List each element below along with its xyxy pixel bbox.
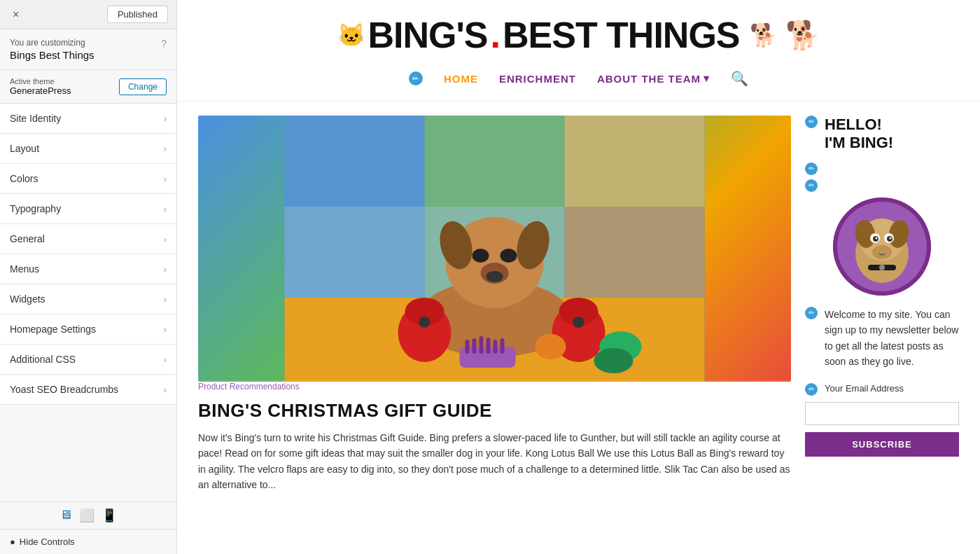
sidebar-item-additional-css[interactable]: Additional CSS › [0,345,176,375]
sidebar-item-label: Menus [10,263,39,275]
sidebar-item-layout[interactable]: Layout › [0,134,176,164]
email-signup: ✏ Your Email Address SUBSCRIBE [805,383,959,457]
featured-image-container: Product Recommendations [198,116,791,392]
svg-point-21 [573,317,584,328]
svg-point-18 [419,317,430,328]
sidebar-item-label: Colors [10,173,38,184]
sidebar-item-general[interactable]: General › [0,224,176,254]
content-area: Product Recommendations BING'S CHRISTMAS… [177,102,980,507]
customizing-site-name: Bings Best Things [10,49,94,61]
edit-pencil-icon-1[interactable]: ✏ [805,116,818,128]
welcome-text: Welcome to my site. You can sign up to m… [825,307,959,370]
svg-point-30 [594,348,634,373]
chevron-right-icon: › [164,385,167,395]
site-title-part2: BEST THINGS [503,14,740,56]
sidebar-item-widgets[interactable]: Widgets › [0,284,176,314]
help-icon[interactable]: ? [161,38,167,49]
sidebar-item-label: Widgets [10,293,46,305]
svg-rect-3 [565,116,705,207]
active-theme-section: Active theme GeneratePress Change [0,70,176,104]
site-title-part1: BING'S [368,14,487,56]
chevron-right-icon: › [164,264,167,275]
svg-rect-27 [493,340,498,354]
customizer-sidebar: × Published You are customizing Bings Be… [0,0,177,554]
svg-rect-2 [425,116,565,207]
welcome-section: ✏ Welcome to my site. You can sign up to… [805,307,959,380]
search-icon[interactable]: 🔍 [731,70,748,87]
svg-point-42 [876,237,878,239]
right-sidebar: ✏ HELLO! I'M BING! ✏ ✏ [805,116,959,493]
nav-enrichment[interactable]: ENRICHMENT [499,73,576,85]
chevron-right-icon: › [164,113,167,124]
published-button[interactable]: Published [107,6,168,23]
device-icons: 🖥 ⬜ 📱 [0,501,176,529]
post-title: BING'S CHRISTMAS GIFT GUIDE [198,400,791,422]
sidebar-item-label: Homepage Settings [10,324,96,335]
chevron-right-icon: › [164,204,167,214]
svg-point-43 [890,237,892,239]
svg-rect-28 [500,338,505,354]
main-post: Product Recommendations BING'S CHRISTMAS… [198,116,791,493]
svg-rect-25 [479,336,484,354]
svg-point-11 [500,249,517,263]
edit-pencil-icon-4[interactable]: ✏ [805,307,818,319]
mobile-icon[interactable]: 📱 [102,508,117,523]
email-label: Your Email Address [825,383,904,394]
svg-point-47 [872,245,892,259]
edit-pencil-icon-3[interactable]: ✏ [805,179,818,192]
subscribe-button[interactable]: SUBSCRIBE [805,432,959,457]
chevron-down-icon: ▾ [704,72,710,85]
nav-home[interactable]: HOME [444,73,478,85]
featured-image [198,116,791,382]
svg-point-31 [536,334,566,359]
svg-rect-26 [486,338,491,354]
sidebar-item-label: Yoast SEO Breadcrumbs [10,384,118,395]
sidebar-item-yoast-seo[interactable]: Yoast SEO Breadcrumbs › [0,375,176,405]
chevron-right-icon: › [164,294,167,305]
edit-pencil-icon-5[interactable]: ✏ [805,383,818,396]
sidebar-item-menus[interactable]: Menus › [0,254,176,284]
svg-rect-6 [565,207,705,298]
site-header: 🐱 BING'S.BEST THINGS 🐕 🐕 ✏ HOME ENRICHME… [177,0,980,102]
hello-line2: I'M BING! [825,134,893,151]
edit-pencil-icon-2[interactable]: ✏ [805,162,818,175]
chevron-right-icon: › [164,174,167,184]
customizing-label: You are customizing [10,38,94,48]
hello-title: HELLO! I'M BING! [825,116,893,153]
sidebar-item-label: Site Identity [10,113,61,124]
active-theme-label: Active theme [10,77,71,85]
theme-name: GeneratePress [10,85,71,96]
tablet-icon[interactable]: ⬜ [79,508,94,523]
eye-icon: ● [10,536,15,547]
nav-about[interactable]: ABOUT THE TEAM ▾ [597,72,710,85]
sidebar-item-colors[interactable]: Colors › [0,164,176,194]
sidebar-item-label: Layout [10,143,39,154]
svg-point-45 [879,265,885,270]
bing-avatar [833,198,931,296]
svg-rect-24 [472,338,477,354]
svg-point-10 [472,249,489,263]
hide-controls-button[interactable]: ● Hide Controls [0,529,176,554]
sidebar-item-site-identity[interactable]: Site Identity › [0,104,176,134]
post-category[interactable]: Product Recommendations [198,382,791,392]
site-logo-area: 🐱 BING'S.BEST THINGS 🐕 🐕 [205,14,952,56]
change-theme-button[interactable]: Change [119,78,167,95]
featured-image-svg [198,116,791,382]
customizing-section: You are customizing Bings Best Things ? [0,29,176,70]
chevron-right-icon: › [164,324,167,335]
email-input[interactable] [805,402,959,425]
sidebar-item-homepage-settings[interactable]: Homepage Settings › [0,314,176,345]
sidebar-item-typography[interactable]: Typography › [0,194,176,224]
close-button[interactable]: × [8,7,23,22]
desktop-icon[interactable]: 🖥 [59,508,72,523]
svg-point-15 [486,271,503,282]
site-nav: ✏ HOME ENRICHMENT ABOUT THE TEAM ▾ 🔍 [205,63,952,94]
hide-controls-label: Hide Controls [20,536,75,547]
sidebar-item-label: Typography [10,203,61,214]
post-content: Now it's Bing's turn to write his Christ… [198,430,791,493]
site-title: 🐱 BING'S.BEST THINGS 🐕 🐕 [337,14,819,56]
chevron-right-icon: › [164,354,167,365]
nav-about-label: ABOUT THE TEAM [597,73,701,85]
hello-line1: HELLO! [825,116,882,133]
edit-icon-nav[interactable]: ✏ [409,71,423,85]
